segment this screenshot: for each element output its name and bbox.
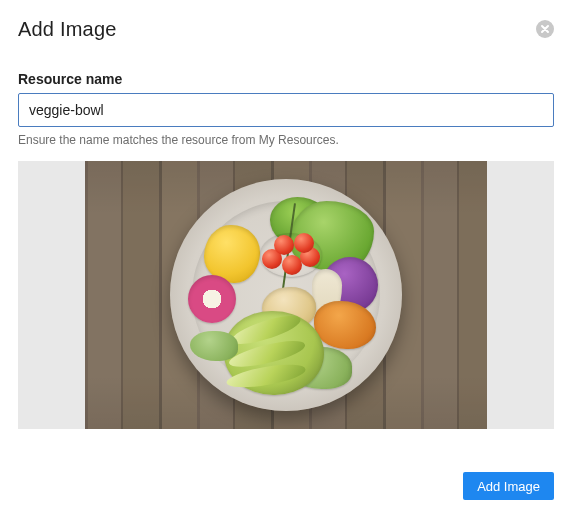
close-icon xyxy=(536,20,554,38)
image-preview-container xyxy=(18,161,554,429)
image-preview xyxy=(85,161,487,429)
resource-name-label: Resource name xyxy=(18,71,554,87)
modal-title: Add Image xyxy=(18,18,117,41)
modal-header: Add Image xyxy=(18,18,554,41)
resource-name-input[interactable] xyxy=(18,93,554,127)
close-button[interactable] xyxy=(536,20,554,38)
resource-name-help-text: Ensure the name matches the resource fro… xyxy=(18,133,554,147)
add-image-button[interactable]: Add Image xyxy=(463,472,554,500)
modal-footer: Add Image xyxy=(463,472,554,500)
